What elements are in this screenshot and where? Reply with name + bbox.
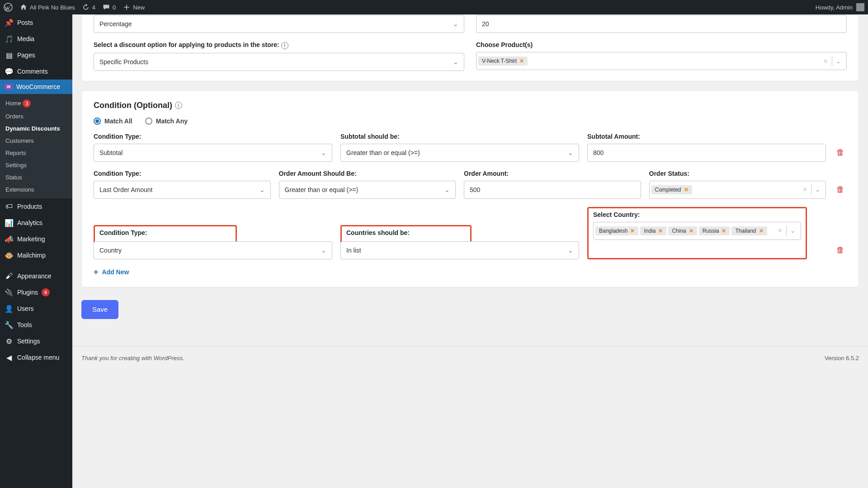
discount-option-label: Select a discount option for applying to…	[94, 41, 464, 49]
menu-posts[interactable]: 📌Posts	[0, 14, 72, 31]
subtotal-amt-label: Subtotal Amount:	[587, 133, 826, 140]
info-icon[interactable]: i	[175, 102, 182, 109]
delete-row-icon[interactable]: 🗑	[834, 148, 847, 162]
menu-products[interactable]: 🏷Products	[0, 198, 72, 215]
match-any-radio[interactable]: Match Any	[145, 117, 188, 125]
plus-icon: +	[94, 267, 99, 277]
menu-tools[interactable]: 🔧Tools	[0, 317, 72, 333]
remove-chip-icon[interactable]: ✕	[684, 187, 689, 193]
chevron-down-icon: ⌄	[453, 58, 458, 66]
user-icon: 👤	[5, 304, 14, 313]
menu-woocommerce[interactable]: WWooCommerce	[0, 80, 72, 94]
remove-chip-icon[interactable]: ✕	[759, 228, 764, 234]
new-link[interactable]: New	[123, 4, 145, 11]
chart-icon: 📊	[5, 218, 14, 227]
subtotal-op-select[interactable]: Greater than or equal (>=)⌄	[340, 144, 579, 162]
delete-row-icon[interactable]: 🗑	[834, 185, 847, 199]
plug-icon: 🔌	[5, 288, 14, 297]
submenu-status[interactable]: Status	[0, 171, 72, 183]
subtotal-amt-input[interactable]: 800	[587, 144, 826, 162]
remove-chip-icon[interactable]: ✕	[630, 228, 635, 234]
order-status-multiselect[interactable]: Completed✕ ✕⌄	[649, 181, 826, 199]
home-icon	[20, 4, 27, 11]
submenu-dynamic-discounts[interactable]: Dynamic Discounts	[0, 122, 72, 135]
megaphone-icon: 📣	[5, 235, 14, 244]
order-status-label: Order Status:	[649, 170, 826, 177]
menu-comments[interactable]: 💬Comments	[0, 63, 72, 80]
menu-pages[interactable]: ▤Pages	[0, 47, 72, 63]
discount-type-select[interactable]: Percentage ⌄	[94, 15, 464, 33]
discount-card: Percentage ⌄ 20 Select a discount option…	[81, 14, 859, 81]
products-multiselect[interactable]: V-Neck T-Shirt✕ ✕⌄	[476, 52, 847, 70]
submenu-reports[interactable]: Reports	[0, 147, 72, 159]
comment-icon	[103, 4, 110, 11]
wrench-icon: 🔧	[5, 320, 14, 329]
order-op-select[interactable]: Greater than or equal (>=)⌄	[279, 181, 456, 199]
clear-icon[interactable]: ✕	[778, 227, 783, 234]
condition-row-3: Condition Type: Country⌄ Countries shoul…	[94, 207, 847, 259]
menu-plugins[interactable]: 🔌Plugins 4	[0, 284, 72, 300]
submenu-orders[interactable]: Orders	[0, 110, 72, 122]
cond-type-select[interactable]: Last Order Amount⌄	[94, 181, 271, 199]
submenu-settings[interactable]: Settings	[0, 159, 72, 171]
condition-title: Condition (Optional) i	[94, 101, 847, 110]
products-label: Choose Product(s)	[476, 41, 847, 48]
refresh-icon	[82, 4, 90, 11]
cond-type-label: Condition Type:	[94, 170, 271, 177]
menu-mailchimp[interactable]: 🐵Mailchimp	[0, 247, 72, 263]
countries-multiselect[interactable]: Bangladesh✕ India✕ China✕ Russia✕ Thaila…	[593, 222, 801, 240]
submenu-extensions[interactable]: Extensions	[0, 183, 72, 196]
chevron-down-icon[interactable]: ⌄	[790, 227, 795, 234]
save-button[interactable]: Save	[81, 300, 118, 319]
sliders-icon: ⚙	[5, 337, 14, 346]
remove-chip-icon[interactable]: ✕	[722, 228, 726, 234]
submenu-customers[interactable]: Customers	[0, 135, 72, 147]
chevron-down-icon[interactable]: ⌄	[836, 58, 841, 65]
howdy-text[interactable]: Howdy, Admin	[816, 4, 853, 11]
order-amt-input[interactable]: 500	[464, 181, 641, 199]
tag-icon: 🏷	[5, 202, 14, 211]
site-name: All Pink No Blues	[30, 4, 75, 11]
match-all-radio[interactable]: Match All	[94, 117, 132, 125]
country-chip: Russia✕	[699, 226, 730, 235]
menu-appearance[interactable]: 🖌Appearance	[0, 268, 72, 284]
chevron-down-icon: ⌄	[568, 247, 573, 254]
cond-type-label: Condition Type:	[99, 229, 231, 236]
countries-op-select[interactable]: In list⌄	[340, 241, 579, 259]
discount-option-select[interactable]: Specific Products ⌄	[94, 53, 464, 71]
woo-submenu: Home 3 Orders Dynamic Discounts Customer…	[0, 94, 72, 198]
collapse-icon: ◀	[5, 353, 14, 362]
admin-bar: All Pink No Blues 4 0 New Howdy, Admin	[0, 0, 868, 14]
discount-amount-input[interactable]: 20	[476, 15, 847, 33]
comments-link[interactable]: 0	[103, 4, 116, 11]
order-amt-label: Order Amount:	[464, 170, 641, 177]
cond-type-select[interactable]: Subtotal⌄	[94, 144, 332, 162]
submenu-home[interactable]: Home 3	[0, 97, 72, 110]
site-name-link[interactable]: All Pink No Blues	[20, 4, 75, 11]
info-icon[interactable]: i	[281, 42, 288, 49]
remove-chip-icon[interactable]: ✕	[658, 228, 663, 234]
add-new-button[interactable]: + Add New	[94, 267, 129, 277]
menu-collapse[interactable]: ◀Collapse menu	[0, 349, 72, 366]
delete-row-icon[interactable]: 🗑	[834, 245, 847, 259]
updates-link[interactable]: 4	[82, 4, 95, 11]
avatar[interactable]	[856, 3, 864, 11]
clear-icon[interactable]: ✕	[823, 58, 828, 65]
menu-users[interactable]: 👤Users	[0, 300, 72, 317]
remove-chip-icon[interactable]: ✕	[689, 228, 693, 234]
clear-icon[interactable]: ✕	[802, 186, 807, 193]
remove-chip-icon[interactable]: ✕	[519, 58, 524, 64]
menu-settings[interactable]: ⚙Settings	[0, 333, 72, 349]
chevron-down-icon[interactable]: ⌄	[815, 186, 820, 193]
menu-marketing[interactable]: 📣Marketing	[0, 231, 72, 247]
plus-icon	[123, 4, 130, 11]
cond-type-select[interactable]: Country⌄	[94, 241, 332, 259]
admin-footer: Thank you for creating with WordPress. V…	[72, 346, 868, 370]
condition-card: Condition (Optional) i Match All Match A…	[81, 90, 859, 287]
wp-logo[interactable]	[4, 3, 13, 12]
subtotal-op-label: Subtotal should be:	[340, 133, 579, 140]
menu-analytics[interactable]: 📊Analytics	[0, 215, 72, 231]
order-op-label: Order Amount Should Be:	[279, 170, 456, 177]
country-chip: Bangladesh✕	[595, 226, 638, 235]
menu-media[interactable]: 🎵Media	[0, 31, 72, 47]
